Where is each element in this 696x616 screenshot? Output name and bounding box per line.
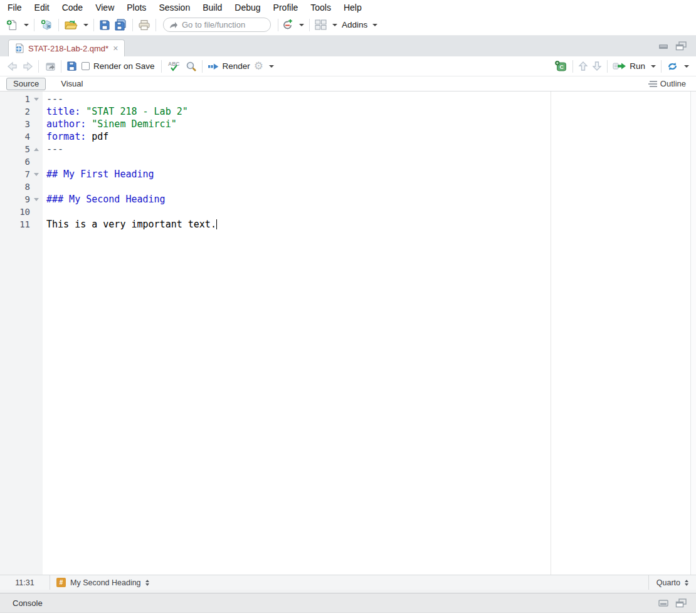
tab-title: STAT-218-Lab-2.qmd* xyxy=(28,44,108,53)
code-text[interactable]: author: "Sinem Demirci" xyxy=(43,118,177,130)
code-text[interactable]: This is a very important text. xyxy=(43,219,217,230)
render-on-save-checkbox[interactable] xyxy=(82,62,90,70)
code-line-3[interactable]: 3author: "Sinem Demirci" xyxy=(0,118,696,130)
version-control-dropdown[interactable] xyxy=(295,16,306,34)
code-line-10[interactable]: 10 xyxy=(0,206,696,218)
code-line-1[interactable]: 1--- xyxy=(0,93,696,105)
chevron-down-icon xyxy=(24,24,29,26)
new-project-button[interactable]: R xyxy=(38,16,55,34)
next-section-button[interactable] xyxy=(590,58,604,75)
insert-chunk-button[interactable]: C xyxy=(552,58,569,75)
fold-spacer xyxy=(30,155,43,168)
workspace-panes-dropdown[interactable] xyxy=(329,16,339,34)
code-text[interactable]: ## My First Heading xyxy=(43,169,154,180)
code-text[interactable]: --- xyxy=(43,144,63,155)
open-file-button[interactable] xyxy=(62,16,80,34)
line-number: 9 xyxy=(0,194,30,204)
code-token: title: xyxy=(46,106,80,117)
source-mode-button[interactable]: Source xyxy=(6,78,46,90)
code-line-8[interactable]: 8 xyxy=(0,180,696,193)
close-icon[interactable]: × xyxy=(112,44,119,53)
menu-item-build[interactable]: Build xyxy=(196,1,228,14)
code-token: ### My Second Heading xyxy=(46,194,166,205)
menu-item-view[interactable]: View xyxy=(89,1,120,14)
minimize-pane-icon[interactable] xyxy=(658,41,669,51)
new-file-button[interactable] xyxy=(4,16,20,34)
fold-down-icon[interactable] xyxy=(30,93,43,105)
menu-item-session[interactable]: Session xyxy=(152,1,196,14)
goto-file-input[interactable] xyxy=(182,20,257,29)
svg-text:R: R xyxy=(48,24,51,29)
run-label: Run xyxy=(630,61,645,71)
menu-item-plots[interactable]: Plots xyxy=(120,1,152,14)
open-in-new-window-button[interactable] xyxy=(42,58,58,75)
code-line-11[interactable]: 11This is a very important text. xyxy=(0,218,696,231)
previous-section-button[interactable] xyxy=(576,58,590,75)
scope-selector[interactable]: # My Second Heading xyxy=(50,578,156,587)
save-document-button[interactable] xyxy=(65,58,79,75)
code-line-4[interactable]: 4format: pdf xyxy=(0,130,696,143)
maximize-pane-icon[interactable] xyxy=(675,598,687,608)
publish-dropdown[interactable] xyxy=(680,58,691,75)
new-file-dropdown[interactable] xyxy=(20,16,31,34)
run-dropdown[interactable] xyxy=(647,58,658,75)
editor-tab-strip: STAT-218-Lab-2.qmd* × xyxy=(0,36,696,56)
chevron-down-icon xyxy=(651,65,656,68)
code-text[interactable]: --- xyxy=(43,93,63,105)
version-control-button[interactable] xyxy=(282,16,295,34)
fold-up-icon[interactable] xyxy=(30,143,43,155)
fold-spacer xyxy=(30,130,43,143)
line-number: 11 xyxy=(0,219,30,229)
maximize-pane-icon[interactable] xyxy=(675,41,687,51)
save-all-button[interactable] xyxy=(112,16,129,34)
print-icon xyxy=(138,19,150,31)
cursor-position[interactable]: 11:31 xyxy=(0,575,50,590)
minimize-pane-icon[interactable] xyxy=(658,598,669,607)
svg-text:ABC: ABC xyxy=(168,61,179,67)
code-line-7[interactable]: 7## My First Heading xyxy=(0,168,696,180)
menu-item-file[interactable]: File xyxy=(1,1,28,14)
outline-button[interactable]: Outline xyxy=(648,79,690,88)
workspace-panes-button[interactable] xyxy=(313,16,329,34)
code-line-9[interactable]: 9### My Second Heading xyxy=(0,193,696,206)
render-button[interactable]: Render xyxy=(206,58,252,75)
heading-badge-icon: # xyxy=(56,578,66,587)
back-button[interactable] xyxy=(5,58,20,75)
menu-item-tools[interactable]: Tools xyxy=(304,1,337,14)
run-button[interactable]: Run xyxy=(611,58,647,75)
menu-item-debug[interactable]: Debug xyxy=(228,1,266,14)
visual-mode-button[interactable]: Visual xyxy=(55,78,89,90)
print-button[interactable] xyxy=(136,16,152,34)
arrow-down-icon xyxy=(592,61,602,71)
render-settings-button[interactable]: ⚙ xyxy=(252,58,265,75)
fold-down-icon[interactable] xyxy=(30,193,43,206)
render-settings-dropdown[interactable] xyxy=(265,58,276,75)
language-mode-selector[interactable]: Quarto xyxy=(648,575,696,590)
find-replace-button[interactable] xyxy=(184,58,199,75)
console-header[interactable]: Console xyxy=(0,593,696,613)
addins-dropdown[interactable] xyxy=(369,16,379,34)
render-on-save-label: Render on Save xyxy=(93,61,155,71)
code-text[interactable]: ### My Second Heading xyxy=(43,194,166,205)
save-button[interactable] xyxy=(97,16,112,34)
menu-item-edit[interactable]: Edit xyxy=(28,1,56,14)
fold-down-icon[interactable] xyxy=(30,168,43,180)
code-line-2[interactable]: 2title: "STAT 218 - Lab 2" xyxy=(0,105,696,118)
menu-item-profile[interactable]: Profile xyxy=(267,1,305,14)
tab-stat-218-lab-2[interactable]: STAT-218-Lab-2.qmd* × xyxy=(8,39,125,56)
menu-item-code[interactable]: Code xyxy=(56,1,89,14)
editor-mode-row: Source Visual Outline xyxy=(0,76,696,91)
code-line-6[interactable]: 6 xyxy=(0,155,696,168)
open-file-dropdown[interactable] xyxy=(80,16,90,34)
forward-button[interactable] xyxy=(20,58,35,75)
code-token: This is a very important text. xyxy=(46,219,216,230)
code-text[interactable]: title: "STAT 218 - Lab 2" xyxy=(43,106,188,117)
code-text[interactable]: format: pdf xyxy=(43,131,108,142)
outline-label: Outline xyxy=(660,79,686,88)
publish-button[interactable] xyxy=(665,58,680,75)
outline-icon xyxy=(648,80,657,88)
source-editor[interactable]: 1---2title: "STAT 218 - Lab 2"3author: "… xyxy=(0,91,696,575)
spellcheck-button[interactable]: ABC xyxy=(165,58,184,75)
menu-item-help[interactable]: Help xyxy=(337,1,368,14)
code-line-5[interactable]: 5--- xyxy=(0,143,696,155)
